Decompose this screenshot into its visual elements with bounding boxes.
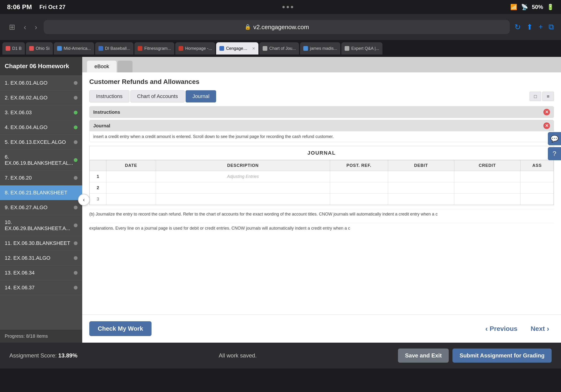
status-date: Fri Oct 27 [40,4,65,10]
row-credit-1[interactable] [454,171,520,182]
credit-input-1[interactable] [456,174,518,179]
tab-expert[interactable]: Expert Q&A |... [341,42,382,54]
sidebar-item-14[interactable]: 14. EX.06.37 [0,280,82,295]
sidebar: Chapter 06 Homework 1. EX.06.01.ALGO 2. … [0,57,82,343]
sidebar-item-3[interactable]: 3. EX.06.03 [0,105,82,120]
tab-cengagenow[interactable]: CengageNO... ✕ [216,42,259,54]
share-icon[interactable]: ⬆ [527,22,533,32]
back-button[interactable]: ‹ [22,21,28,33]
journal-close-button[interactable]: ✕ [543,122,550,129]
date-input-1[interactable] [108,174,154,179]
item-dot-1 [74,81,77,85]
tabs-icon[interactable]: ⧉ [549,22,554,32]
sidebar-item-12[interactable]: 12. EX.06.31.ALGO [0,251,82,266]
postref-input-2[interactable] [332,185,386,190]
saved-message: All work saved. [219,352,257,359]
row-credit-3[interactable] [454,194,520,205]
credit-input-2[interactable] [456,185,518,190]
view-icon-2[interactable]: ≡ [542,92,554,101]
desc-input-2[interactable] [158,185,328,190]
second-tab[interactable] [118,61,132,72]
tab-ohio[interactable]: Ohio Si [26,42,53,54]
row-date-1[interactable] [106,171,156,182]
previous-button[interactable]: ‹ Previous [481,322,522,336]
postref-input-3[interactable] [332,197,386,202]
row-postref-1[interactable] [330,171,388,182]
ebook-tab[interactable]: eBook [87,61,117,72]
journal-row-2: 2 [90,182,554,194]
chat-float-button[interactable]: 💬 [548,132,561,145]
debit-input-2[interactable] [390,185,452,190]
bottom-instruction-2: explanations. Every line on a journal pa… [89,223,554,233]
new-tab-icon[interactable]: + [539,22,543,32]
sidebar-item-13[interactable]: 13. EX.06.34 [0,266,82,280]
right-float-buttons: 💬 ? [548,132,561,160]
bottom-bar: Assignment Score: 13.89% All work saved.… [0,343,561,369]
content-body: Customer Refunds and Allowances Instruct… [82,72,561,315]
forward-button[interactable]: › [33,21,39,33]
bottom-instruction-1: (b) Journalize the entry to record the c… [89,209,554,219]
row-debit-1[interactable] [388,171,454,182]
tab-instructions[interactable]: Instructions [89,90,129,102]
tab-fitness[interactable]: Fitnessgram... [134,42,174,54]
sidebar-progress: Progress: 8/18 items [0,330,82,343]
sidebar-item-7[interactable]: 7. EX.06.20 [0,171,82,185]
check-my-work-button[interactable]: Check My Work [89,321,151,336]
reload-icon[interactable]: ↻ [515,22,521,32]
tab-baseball[interactable]: DI Baseball... [95,42,133,54]
instructions-panel: Instructions ✕ [89,106,554,118]
tab-mid-america[interactable]: Mid-America... [54,42,94,54]
sidebar-item-5[interactable]: 5. EX.06.13.EXCEL.ALGO [0,135,82,150]
row-date-3[interactable] [106,194,156,205]
row-date-2[interactable] [106,182,156,194]
tab-james[interactable]: james madis... [300,42,340,54]
section-tabs: Instructions Chart of Accounts Journal □… [89,90,554,102]
sidebar-item-1[interactable]: 1. EX.06.01.ALGO [0,76,82,90]
journal-table: DATE DESCRIPTION POST. REF. DEBIT CREDIT… [89,160,554,205]
sidebar-item-11[interactable]: 11. EX.06.30.BLANKSHEET [0,236,82,251]
col-debit: DEBIT [388,160,454,171]
tab-chart[interactable]: Chart of Jou... [259,42,299,54]
tab-close-icon[interactable]: ✕ [252,46,255,51]
view-icon-1[interactable]: □ [529,92,541,101]
journal-table-container: JOURNAL DATE DESCRIPTION POST. REF. DEBI… [89,146,554,205]
address-bar[interactable]: 🔒 v2.cengagenow.com [44,20,510,34]
credit-input-3[interactable] [456,197,518,202]
sidebar-item-4[interactable]: 4. EX.06.04.ALGO [0,120,82,135]
col-post-ref: POST. REF. [330,160,388,171]
sidebar-item-6[interactable]: 6. EX.06.19.BLANKSHEET.AL... [0,150,82,171]
row-credit-2[interactable] [454,182,520,194]
row-debit-3[interactable] [388,194,454,205]
tab-chart-of-accounts[interactable]: Chart of Accounts [130,90,185,102]
help-float-button[interactable]: ? [548,147,561,160]
status-right: 📶 📡 50% 🔋 [510,4,554,10]
postref-input-1[interactable] [332,174,386,179]
sidebar-toggle-button[interactable]: ⊞ [7,21,17,33]
row-postref-2[interactable] [330,182,388,194]
bottom-actions: Save and Exit Submit Assignment for Grad… [398,348,552,363]
row-postref-3[interactable] [330,194,388,205]
date-input-3[interactable] [108,197,154,202]
tab-homepage[interactable]: Homepage -... [175,42,215,54]
sidebar-item-2[interactable]: 2. EX.06.02.ALGO [0,90,82,105]
sidebar-item-10[interactable]: 10. EX.06.29.BLANKSHEET.A... [0,215,82,236]
desc-input-3[interactable] [158,197,328,202]
save-exit-button[interactable]: Save and Exit [398,348,449,363]
submit-button[interactable]: Submit Assignment for Grading [453,348,552,363]
row-debit-2[interactable] [388,182,454,194]
tab-journal[interactable]: Journal [186,90,216,102]
debit-input-1[interactable] [390,174,452,179]
tab-d1b[interactable]: D1 B [2,42,25,54]
sidebar-collapse-button[interactable]: ‹ [78,194,90,206]
debit-input-3[interactable] [390,197,452,202]
date-input-2[interactable] [108,185,154,190]
network-icon: 📶 [510,4,517,10]
instructions-close-button[interactable]: ✕ [543,109,550,115]
col-credit: CREDIT [454,160,520,171]
row-desc-3[interactable] [156,194,330,205]
row-desc-2[interactable] [156,182,330,194]
row-num-1: 1 [90,171,107,182]
next-button[interactable]: Next › [526,322,554,336]
sidebar-item-9[interactable]: 9. EX.06.27.ALGO [0,200,82,215]
sidebar-item-8[interactable]: 8. EX.06.21.BLANKSHEET [0,185,82,200]
